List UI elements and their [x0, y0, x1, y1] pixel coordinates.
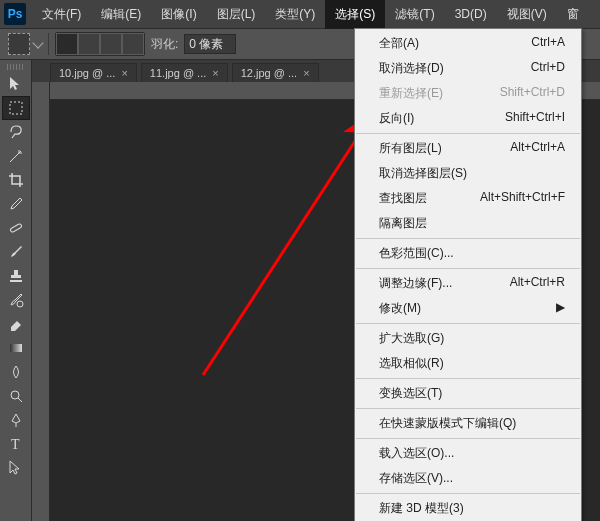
menu-图像[interactable]: 图像(I)	[151, 0, 206, 29]
menu-item-label: 变换选区(T)	[379, 385, 442, 402]
tab-label: 11.jpg @ ...	[150, 67, 206, 79]
menu-item-label: 存储选区(V)...	[379, 470, 453, 487]
svg-point-2	[17, 301, 23, 307]
lasso-tool[interactable]	[2, 120, 30, 144]
menu-item-label: 修改(M)	[379, 300, 421, 317]
chevron-down-icon[interactable]	[32, 37, 43, 48]
menu-item-label: 查找图层	[379, 190, 427, 207]
menu-item[interactable]: 选取相似(R)	[355, 351, 581, 376]
stamp-tool[interactable]	[2, 264, 30, 288]
type-tool[interactable]: T	[2, 432, 30, 456]
menu-3D[interactable]: 3D(D)	[445, 1, 497, 27]
sel-mode-new[interactable]	[56, 33, 78, 55]
menu-separator	[356, 378, 580, 379]
gradient-tool[interactable]	[2, 336, 30, 360]
menu-item-label: 取消选择图层(S)	[379, 165, 467, 182]
menu-item[interactable]: 扩大选取(G)	[355, 326, 581, 351]
menu-item[interactable]: 隔离图层	[355, 211, 581, 236]
menu-item-shortcut: Ctrl+D	[531, 60, 565, 77]
dodge-tool[interactable]	[2, 384, 30, 408]
menu-item[interactable]: 修改(M)▶	[355, 296, 581, 321]
svg-point-4	[11, 391, 19, 399]
menu-编辑[interactable]: 编辑(E)	[91, 0, 151, 29]
menu-separator	[356, 238, 580, 239]
move-tool[interactable]	[2, 72, 30, 96]
path-select-tool[interactable]	[2, 456, 30, 480]
close-icon[interactable]: ×	[303, 67, 309, 79]
svg-rect-3	[10, 344, 22, 352]
menu-窗[interactable]: 窗	[557, 0, 589, 29]
healing-tool[interactable]	[2, 216, 30, 240]
app-logo: Ps	[4, 3, 26, 25]
svg-line-5	[18, 398, 22, 402]
menu-item[interactable]: 所有图层(L)Alt+Ctrl+A	[355, 136, 581, 161]
menu-separator	[356, 438, 580, 439]
selection-mode-group	[55, 32, 145, 56]
tab-label: 10.jpg @ ...	[59, 67, 115, 79]
menu-item[interactable]: 反向(I)Shift+Ctrl+I	[355, 106, 581, 131]
menu-图层[interactable]: 图层(L)	[207, 0, 266, 29]
menu-item-label: 反向(I)	[379, 110, 414, 127]
document-tab[interactable]: 12.jpg @ ...×	[232, 63, 319, 82]
menu-separator	[356, 268, 580, 269]
menu-视图[interactable]: 视图(V)	[497, 0, 557, 29]
menu-类型[interactable]: 类型(Y)	[265, 0, 325, 29]
menu-滤镜[interactable]: 滤镜(T)	[385, 0, 444, 29]
pen-tool[interactable]	[2, 408, 30, 432]
menu-separator	[356, 323, 580, 324]
sel-mode-add[interactable]	[78, 33, 100, 55]
menu-item[interactable]: 调整边缘(F)...Alt+Ctrl+R	[355, 271, 581, 296]
menu-item-label: 选取相似(R)	[379, 355, 444, 372]
menu-item-label: 重新选择(E)	[379, 85, 443, 102]
menu-item-shortcut: Ctrl+A	[531, 35, 565, 52]
sel-mode-intersect[interactable]	[122, 33, 144, 55]
menu-item[interactable]: 存储选区(V)...	[355, 466, 581, 491]
menu-item-label: 扩大选取(G)	[379, 330, 444, 347]
menu-item-label: 在快速蒙版模式下编辑(Q)	[379, 415, 516, 432]
svg-text:T: T	[11, 437, 20, 452]
menu-separator	[356, 133, 580, 134]
feather-input[interactable]	[184, 34, 236, 54]
menu-item[interactable]: 色彩范围(C)...	[355, 241, 581, 266]
menu-separator	[356, 408, 580, 409]
menu-item-label: 隔离图层	[379, 215, 427, 232]
blur-tool[interactable]	[2, 360, 30, 384]
menu-item[interactable]: 取消选择图层(S)	[355, 161, 581, 186]
eraser-tool[interactable]	[2, 312, 30, 336]
menu-item-shortcut: Shift+Ctrl+D	[500, 85, 565, 102]
document-tab[interactable]: 11.jpg @ ...×	[141, 63, 228, 82]
menu-item-shortcut: Alt+Ctrl+R	[510, 275, 565, 292]
history-brush-tool[interactable]	[2, 288, 30, 312]
menu-item-label: 取消选择(D)	[379, 60, 444, 77]
menu-item-label: 所有图层(L)	[379, 140, 442, 157]
menu-选择[interactable]: 选择(S)	[325, 0, 385, 29]
menu-item-shortcut: Alt+Ctrl+A	[510, 140, 565, 157]
tab-label: 12.jpg @ ...	[241, 67, 297, 79]
quick-select-tool[interactable]	[2, 144, 30, 168]
document-tab[interactable]: 10.jpg @ ...×	[50, 63, 137, 82]
menu-item[interactable]: 全部(A)Ctrl+A	[355, 31, 581, 56]
menu-item-shortcut: Shift+Ctrl+I	[505, 110, 565, 127]
close-icon[interactable]: ×	[212, 67, 218, 79]
menu-item[interactable]: 新建 3D 模型(3)	[355, 496, 581, 521]
menu-item[interactable]: 在快速蒙版模式下编辑(Q)	[355, 411, 581, 436]
menu-item[interactable]: 取消选择(D)Ctrl+D	[355, 56, 581, 81]
crop-tool[interactable]	[2, 168, 30, 192]
close-icon[interactable]: ×	[121, 67, 127, 79]
eyedropper-tool[interactable]	[2, 192, 30, 216]
brush-tool[interactable]	[2, 240, 30, 264]
menu-item-label: 调整边缘(F)...	[379, 275, 452, 292]
menu-item-label: 色彩范围(C)...	[379, 245, 454, 262]
menu-item[interactable]: 变换选区(T)	[355, 381, 581, 406]
menu-item: 重新选择(E)Shift+Ctrl+D	[355, 81, 581, 106]
menu-item[interactable]: 载入选区(O)...	[355, 441, 581, 466]
sel-mode-subtract[interactable]	[100, 33, 122, 55]
menu-item-label: 全部(A)	[379, 35, 419, 52]
menu-文件[interactable]: 文件(F)	[32, 0, 91, 29]
marquee-tool[interactable]	[2, 96, 30, 120]
submenu-arrow-icon: ▶	[556, 300, 565, 317]
tool-preset-icon[interactable]	[8, 33, 30, 55]
tool-column-grip[interactable]	[7, 64, 25, 70]
ruler-vertical	[32, 82, 50, 521]
menu-item[interactable]: 查找图层Alt+Shift+Ctrl+F	[355, 186, 581, 211]
